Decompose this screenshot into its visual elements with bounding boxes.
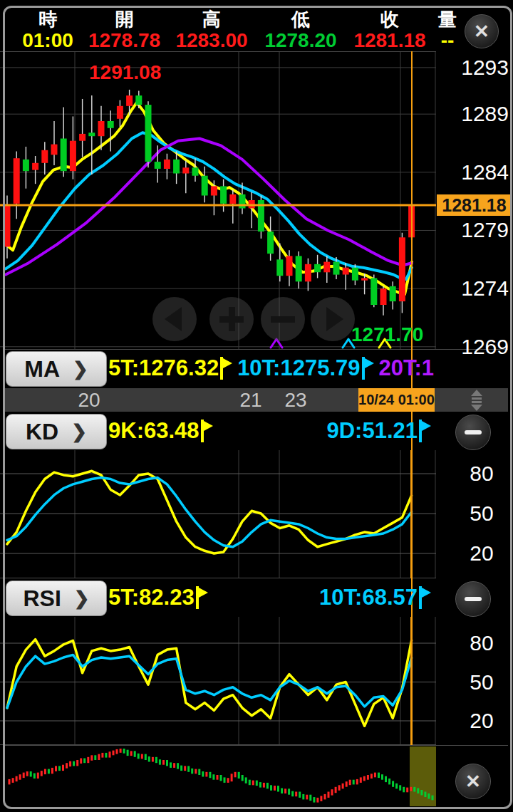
quote-col-time: 時 01:00 xyxy=(12,7,83,51)
rsi-tick: 80 xyxy=(456,631,507,655)
quote-time-value: 01:00 xyxy=(12,31,83,50)
rsi10-value: 10T:68.57 xyxy=(319,585,418,610)
close-icon: ✕ xyxy=(465,772,481,791)
col-label-time: 時 xyxy=(12,7,83,31)
zoom-in-button[interactable] xyxy=(209,297,254,341)
divider xyxy=(5,745,508,746)
spinner-up-icon xyxy=(471,390,482,396)
kd-settings-button[interactable]: KD ❯ xyxy=(6,414,107,449)
kd-chart[interactable] xyxy=(0,450,436,578)
time-axis: 20 21 23 10/24 01:00 xyxy=(5,388,508,412)
collapse-rsi-button[interactable] xyxy=(455,581,491,617)
minus-icon xyxy=(465,430,482,434)
close-icon: ✕ xyxy=(474,22,489,41)
quote-col-high: 高 1283.00 xyxy=(169,7,254,51)
rsi-tick: 20 xyxy=(456,709,507,733)
zoom-out-button[interactable] xyxy=(261,297,305,341)
ma20-value: 20T:1 xyxy=(379,355,435,381)
spinner-bar xyxy=(472,401,482,403)
rsi-button-label: RSI xyxy=(23,585,61,612)
chevron-right-icon: ❯ xyxy=(71,421,87,443)
session-low-label: 1271.70 xyxy=(351,323,423,346)
up-flag-icon xyxy=(419,420,432,442)
up-flag-icon xyxy=(362,357,375,380)
quote-close-value: 1281.18 xyxy=(347,31,432,50)
ma-settings-button[interactable]: MA ❯ xyxy=(6,351,107,387)
overview-mini-chart[interactable] xyxy=(6,746,436,806)
kd-values-row: 9K:63.48 9D:51.21 xyxy=(108,414,436,448)
quote-col-low: 低 1278.20 xyxy=(258,7,343,51)
close-header-button[interactable]: ✕ xyxy=(465,14,499,48)
kd-tick: 50 xyxy=(456,501,507,526)
trading-chart-window: { "header": { "cols": [ {"label":"時","va… xyxy=(0,0,513,812)
price-tick: 1293 xyxy=(437,56,509,80)
time-tick-23: 23 xyxy=(271,389,321,412)
arrow-right-icon xyxy=(326,307,343,331)
quote-open-value: 1278.78 xyxy=(83,31,165,50)
up-flag-icon xyxy=(201,420,214,442)
kd-d-value: 9D:51.21 xyxy=(326,418,418,444)
kd-tick: 80 xyxy=(456,462,507,486)
quote-volume-value: -- xyxy=(427,31,468,50)
session-high-label: 1291.08 xyxy=(89,61,161,84)
col-label-high: 高 xyxy=(169,7,254,31)
minus-icon xyxy=(271,316,295,323)
chevron-right-icon: ❯ xyxy=(73,358,88,380)
ma-button-label: MA xyxy=(24,356,60,382)
col-label-low: 低 xyxy=(258,7,343,31)
spinner-down-icon xyxy=(471,405,482,411)
pan-right-button[interactable] xyxy=(311,297,355,341)
spinner-bar xyxy=(472,397,482,400)
collapse-kd-button[interactable] xyxy=(455,415,491,450)
pan-left-button[interactable] xyxy=(152,297,197,341)
divider xyxy=(5,349,508,350)
quote-col-volume: 量 -- xyxy=(427,7,468,51)
price-tick: 1289 xyxy=(437,102,509,126)
quote-col-close: 收 1281.18 xyxy=(347,7,432,51)
rsi5-value: 5T:82.23 xyxy=(108,585,195,610)
rsi-tick: 50 xyxy=(456,670,507,694)
price-tick: 1284 xyxy=(437,160,509,184)
up-flag-icon xyxy=(220,357,233,380)
selected-time-badge: 10/24 01:00 xyxy=(358,388,435,412)
scroll-spinner[interactable] xyxy=(467,389,487,411)
plus-icon xyxy=(219,307,244,331)
price-tick: 1269 xyxy=(437,335,509,359)
up-flag-icon xyxy=(196,586,209,609)
price-tick: 1279 xyxy=(437,218,509,242)
quote-header: 時 01:00 開 1278.78 高 1283.00 低 1278.20 收 … xyxy=(5,7,506,51)
price-tick: 1274 xyxy=(437,276,509,301)
up-flag-icon xyxy=(419,586,432,609)
ma5-value: 5T:1276.32 xyxy=(108,355,219,381)
col-label-open: 開 xyxy=(83,7,165,31)
quote-low-value: 1278.20 xyxy=(258,31,343,50)
col-label-volume: 量 xyxy=(427,7,468,31)
time-tick-21: 21 xyxy=(226,389,276,412)
rsi-chart[interactable] xyxy=(0,617,436,745)
time-tick-20: 20 xyxy=(64,389,114,412)
kd-k-value: 9K:63.48 xyxy=(108,418,200,444)
chevron-right-icon: ❯ xyxy=(74,588,90,610)
kd-tick: 20 xyxy=(456,541,507,566)
last-price-badge: 1281.18 xyxy=(437,194,512,216)
close-overview-button[interactable]: ✕ xyxy=(455,764,491,799)
arrow-left-icon xyxy=(165,307,182,331)
rsi-values-row: 5T:82.23 10T:68.57 xyxy=(108,581,436,615)
quote-col-open: 開 1278.78 xyxy=(83,7,165,51)
col-label-close: 收 xyxy=(347,7,432,31)
minus-icon xyxy=(465,597,482,601)
ma-values-row: 5T:1276.32 10T:1275.79 20T:1 xyxy=(108,351,436,385)
ma10-value: 10T:1275.79 xyxy=(237,355,360,381)
quote-high-value: 1283.00 xyxy=(169,31,254,50)
kd-button-label: KD xyxy=(26,419,58,445)
rsi-settings-button[interactable]: RSI ❯ xyxy=(6,581,107,616)
